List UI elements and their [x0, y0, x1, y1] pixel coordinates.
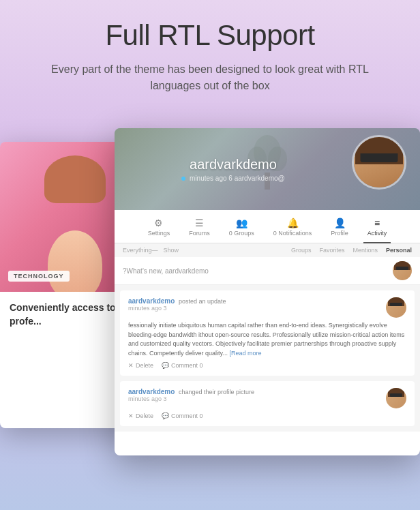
post2-time: minutes ago 3 — [128, 395, 254, 402]
nav-item-activity[interactable]: ≡ Activity — [363, 215, 391, 243]
nav-label-groups: 0 Groups — [229, 230, 254, 237]
whats-new-text: ?What's new, aardvarkdemo — [123, 267, 209, 275]
post2-delete[interactable]: ✕ Delete — [128, 412, 153, 419]
nav-label-activity: Activity — [368, 230, 387, 237]
profile-avatar — [352, 135, 406, 190]
activity-post-2: aardvarkdemo changed their profile pictu… — [120, 381, 415, 426]
nav-label-notifications: 0 Notifications — [273, 230, 312, 237]
filter-everything[interactable]: Everything— — [123, 247, 158, 254]
technology-badge: TECHNOLOGY — [8, 271, 70, 282]
post1-delete[interactable]: ✕ Delete — [128, 362, 153, 369]
profile-meta: minutes ago 6 aardvarkdemo@ — [181, 175, 284, 182]
post2-action: changed their profile picture — [179, 389, 254, 395]
profile-info: aardvarkdemo minutes ago 6 aardvarkdemo@ — [181, 157, 352, 182]
post2-actions: ✕ Delete 💬 Comment 0 — [128, 412, 406, 419]
nav-item-settings[interactable]: ⚙ Settings — [144, 215, 175, 243]
activity-post-1: aardvarkdemo posted an update minutes ag… — [120, 290, 415, 376]
nav-label-settings: Settings — [148, 230, 170, 237]
filter-mentions[interactable]: Mentions — [352, 247, 378, 254]
activity-content: ?What's new, aardvarkdemo aardvarkdemo p… — [115, 257, 420, 432]
filter-groups[interactable]: Groups — [291, 247, 312, 254]
filter-personal[interactable]: Personal — [386, 247, 412, 254]
filter-favorites[interactable]: Favorites — [319, 247, 344, 254]
online-indicator — [181, 177, 185, 181]
post1-text: fessionally initiate ubiquitous human ca… — [128, 321, 406, 358]
post2-header: aardvarkdemo changed their profile pictu… — [128, 388, 406, 408]
nav-label-profile: Profile — [331, 230, 348, 237]
nav-item-forums[interactable]: ☰ Forums — [185, 215, 214, 243]
whats-new-avatar — [393, 261, 412, 280]
post2-author[interactable]: aardvarkdemo — [128, 388, 175, 395]
post2-delete-icon: ✕ — [128, 412, 134, 419]
filter-bar: Everything— Show Groups Favorites Mentio… — [115, 243, 420, 257]
nav-item-groups[interactable]: 👥 0 Groups — [225, 215, 258, 243]
post1-author[interactable]: aardvarkdemo — [128, 297, 175, 305]
header-section: Full RTL Support Every part of the theme… — [0, 0, 420, 108]
post2-avatar — [386, 388, 406, 408]
notifications-icon: 🔔 — [287, 218, 299, 228]
subtitle: Every part of the theme has been designe… — [41, 61, 379, 94]
post1-actions: ✕ Delete 💬 Comment 0 — [128, 362, 406, 369]
whats-new-bar: ?What's new, aardvarkdemo — [115, 257, 420, 285]
filter-show[interactable]: Show — [164, 247, 179, 254]
browser-mockup: aardvarkdemo minutes ago 6 aardvarkdemo@… — [115, 128, 420, 455]
forums-icon: ☰ — [195, 218, 204, 228]
post1-time: minutes ago 3 — [128, 305, 226, 312]
nav-item-notifications[interactable]: 🔔 0 Notifications — [269, 215, 316, 243]
profile-header: aardvarkdemo minutes ago 6 aardvarkdemo@ — [115, 128, 420, 210]
read-more-link[interactable]: [Read more — [229, 350, 261, 357]
post1-header: aardvarkdemo posted an update minutes ag… — [128, 297, 406, 318]
delete-icon: ✕ — [128, 362, 134, 369]
post1-comment[interactable]: 💬 Comment 0 — [162, 362, 203, 369]
comment-icon: 💬 — [162, 362, 169, 369]
profile-icon: 👤 — [334, 218, 346, 228]
screenshots-container: TECHNOLOGY Conveniently access to profe.… — [0, 115, 420, 469]
post1-action: posted an update — [179, 298, 226, 305]
settings-icon: ⚙ — [154, 218, 163, 228]
main-title: Full RTL Support — [41, 19, 379, 52]
post1-avatar — [386, 297, 406, 318]
post2-comment[interactable]: 💬 Comment 0 — [162, 412, 203, 419]
activity-icon: ≡ — [374, 218, 380, 228]
profile-nav: ⚙ Settings ☰ Forums 👥 0 Groups 🔔 0 Notif… — [115, 210, 420, 243]
nav-item-profile[interactable]: 👤 Profile — [327, 215, 352, 243]
groups-icon: 👥 — [236, 218, 247, 228]
post2-comment-icon: 💬 — [162, 412, 169, 419]
profile-username: aardvarkdemo — [181, 157, 284, 172]
nav-label-forums: Forums — [189, 230, 210, 237]
